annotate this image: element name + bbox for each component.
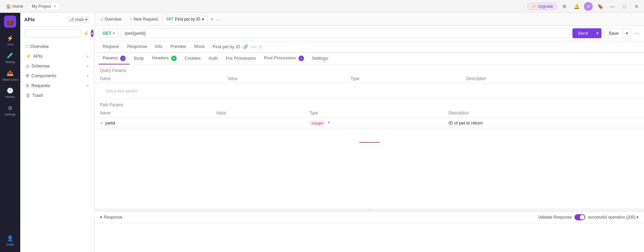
- headers-count-badge: 8: [171, 56, 177, 61]
- table-row: Add a new param: [95, 83, 644, 99]
- requests-icon: ⊞: [26, 83, 29, 88]
- sub-tab-info[interactable]: Info: [151, 41, 166, 52]
- request-tabs-bar: □ Overview + New Request GET Find pet by…: [95, 13, 644, 26]
- path-param-name[interactable]: petId: [105, 120, 115, 125]
- nav-item-overview[interactable]: □ Overview: [20, 41, 94, 51]
- sub-tab-find-pet[interactable]: Find pet by ID 🔗 </> ⊡: [209, 41, 266, 52]
- save-button[interactable]: Save: [604, 28, 623, 38]
- nav-item-requests[interactable]: ⊞ Requests ▸: [20, 81, 94, 90]
- save-dropdown-button[interactable]: ▾: [623, 28, 631, 38]
- main-content: □ Overview + New Request GET Find pet by…: [95, 13, 644, 252]
- resize-handle[interactable]: ···: [95, 209, 644, 212]
- sub-tabs: Request Response Info Preview Mock Find …: [95, 41, 644, 53]
- path-name-col: Name: [95, 109, 211, 118]
- params-tab-auth[interactable]: Auth: [205, 53, 222, 64]
- response-header: ▾ Response Validate Response successful …: [95, 212, 644, 223]
- avatar[interactable]: U: [584, 2, 593, 11]
- url-bar: GET ▾ Send ▾ Save ▾ ···: [95, 26, 644, 41]
- add-tab-button[interactable]: +: [209, 16, 215, 22]
- sidebar-item-history[interactable]: 🕐 History: [0, 84, 20, 102]
- nav-item-components[interactable]: ❋ Components ▸: [20, 71, 94, 81]
- history-icon: 🕐: [6, 87, 14, 94]
- validate-toggle[interactable]: [574, 214, 585, 220]
- params-tab-settings[interactable]: Settings: [308, 53, 332, 64]
- new-request-icon: +: [130, 17, 132, 22]
- app-logo: 💼: [4, 16, 16, 28]
- close-window-icon[interactable]: ✕: [632, 2, 641, 11]
- add-button[interactable]: +: [91, 30, 94, 37]
- sub-tab-request[interactable]: Request: [99, 41, 123, 52]
- tab-overview[interactable]: □ Overview: [97, 15, 125, 23]
- success-badge[interactable]: successful operation (200) ▾: [588, 215, 639, 220]
- icon-bar: 💼 ⚡ APIs 🧪 Testing 📤 Share Docs 🕐 Histor…: [0, 13, 20, 252]
- sidebar-item-testing[interactable]: 🧪 Testing: [0, 49, 20, 67]
- more-tabs-button[interactable]: ···: [216, 17, 220, 22]
- response-section: ▾ Response Validate Response successful …: [95, 212, 644, 252]
- notifications-icon[interactable]: 🔔: [572, 2, 581, 11]
- post-processors-count-badge: 1: [299, 56, 304, 61]
- required-star: *: [328, 120, 330, 125]
- collapse-icon: ▾: [100, 215, 102, 220]
- sub-tab-icons: 🔗 </> ⊡: [243, 44, 262, 49]
- sidebar-item-invite[interactable]: 👤 Invite: [0, 232, 20, 249]
- method-select[interactable]: GET ▾: [99, 29, 118, 38]
- sub-tab-preview[interactable]: Preview: [166, 41, 190, 52]
- tab-find-pet[interactable]: GET Find pet by ID: [163, 15, 208, 24]
- sub-tab-response[interactable]: Response: [123, 41, 151, 52]
- toggle-knob: [580, 215, 585, 220]
- chevron-right-icon-4: ▸: [87, 84, 89, 87]
- topbar: 🏠 Home My Project ✕ ⚡ Upgrade ⚙ 🔔 U 🔖 — …: [0, 0, 644, 13]
- sidebar-item-share-docs[interactable]: 📤 Share Docs: [0, 67, 20, 84]
- bookmark-icon[interactable]: 🔖: [595, 2, 605, 11]
- overview-tab-icon: □: [101, 17, 103, 21]
- path-desc-col: Description: [443, 109, 644, 118]
- path-param-desc-cell: ID of pet to return: [443, 118, 644, 129]
- home-label: Home: [12, 4, 23, 9]
- search-input[interactable]: [24, 29, 81, 37]
- params-tab-headers[interactable]: Headers 8: [148, 53, 181, 64]
- save-group: Save ▾: [604, 28, 631, 38]
- nav-item-trash[interactable]: 🗑 Trash: [20, 90, 94, 100]
- sidebar-header: APIs ⎇ main ▾: [20, 13, 94, 27]
- close-icon[interactable]: ✕: [54, 4, 56, 8]
- validate-label: Validate Response: [538, 215, 572, 220]
- params-tab-body[interactable]: Body: [130, 53, 148, 64]
- path-param-value-cell[interactable]: [211, 118, 304, 129]
- topbar-right: ⚡ Upgrade ⚙ 🔔 U 🔖 — □ ✕: [527, 2, 641, 11]
- params-tab-cookies[interactable]: Cookies: [181, 53, 205, 64]
- path-params-header-row: Name Value Type Description: [95, 109, 644, 118]
- path-param-name-cell: ✓ petId: [95, 118, 211, 129]
- testing-icon: 🧪: [6, 52, 14, 59]
- nav-item-apis[interactable]: ⚡ APIs ▸: [20, 51, 94, 61]
- chevron-right-icon-3: ▸: [87, 74, 89, 78]
- maximize-icon[interactable]: □: [620, 2, 629, 11]
- filter-icon[interactable]: ⚡: [83, 31, 89, 36]
- chevron-down-icon: ▾: [85, 17, 87, 22]
- params-tab-pre-processors[interactable]: Pre Processors: [222, 53, 260, 64]
- upgrade-button[interactable]: ⚡ Upgrade: [527, 3, 557, 10]
- response-toggle[interactable]: ▾ Response: [100, 215, 122, 220]
- settings-icon[interactable]: ⚙: [560, 2, 569, 11]
- settings-nav-icon: ⚙: [6, 104, 14, 112]
- tab-new-request[interactable]: + New Request: [126, 15, 161, 23]
- params-tab-params[interactable]: Params 1: [99, 53, 130, 64]
- home-tab[interactable]: 🏠 Home: [3, 3, 27, 10]
- main-layout: 💼 ⚡ APIs 🧪 Testing 📤 Share Docs 🕐 Histor…: [0, 13, 644, 252]
- params-tab-post-processors[interactable]: Post Processors 1: [260, 53, 308, 64]
- sub-tab-mock[interactable]: Mock: [190, 41, 209, 52]
- project-tab[interactable]: My Project ✕: [28, 2, 60, 10]
- query-params-title: Query Params: [95, 65, 644, 74]
- sidebar-item-settings[interactable]: ⚙ Settings: [0, 102, 20, 119]
- nav-item-schemas[interactable]: ◎ Schemas ▸: [20, 61, 94, 71]
- minimize-icon[interactable]: —: [608, 2, 617, 11]
- link-icon: 🔗: [243, 44, 248, 49]
- branch-selector[interactable]: ⎇ main ▾: [67, 16, 90, 23]
- send-dropdown-button[interactable]: ▾: [593, 28, 601, 38]
- sidebar-item-apis[interactable]: ⚡ APIs: [0, 32, 20, 49]
- url-more-button[interactable]: ···: [634, 30, 640, 37]
- apis-nav-icon: ⚡: [26, 54, 31, 59]
- path-param-name-group: ✓ petId: [100, 120, 205, 125]
- send-button[interactable]: Send: [572, 28, 593, 38]
- url-input[interactable]: [121, 28, 570, 38]
- add-param-button[interactable]: Add a new param: [100, 86, 639, 96]
